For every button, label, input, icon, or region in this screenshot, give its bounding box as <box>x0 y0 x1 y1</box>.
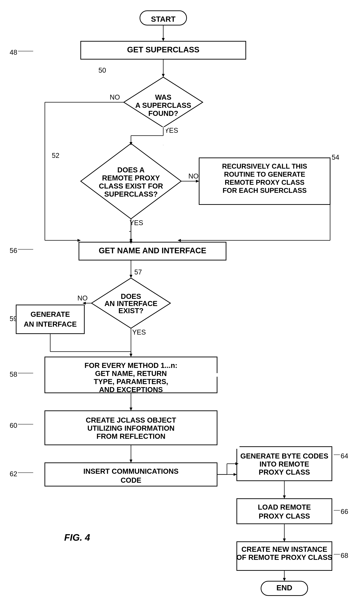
create-jclass-line1: CREATE JCLASS OBJECT <box>86 416 176 424</box>
recursively-call-line1: RECURSIVELY CALL THIS <box>222 162 307 170</box>
start-label: START <box>151 15 176 23</box>
does-interface-line2: AN INTERFACE <box>104 300 158 307</box>
does-remote-proxy-line1: DOES A <box>117 166 145 174</box>
get-superclass-label: GET SUPERCLASS <box>127 45 199 54</box>
generate-interface-line2: AN INTERFACE <box>24 320 77 328</box>
svg-rect-61 <box>237 499 332 524</box>
load-remote-proxy-line2: PROXY CLASS <box>259 512 310 520</box>
for-every-method-line3: TYPE, PARAMETERS, <box>94 378 168 386</box>
for-every-method-line1: FOR EVERY METHOD 1...n: <box>85 361 177 369</box>
does-remote-proxy-line4: SUPERCLASS? <box>104 190 158 198</box>
gen-byte-codes-line1: GENERATE BYTE CODES <box>240 452 328 460</box>
ref-57: 57 <box>134 268 142 276</box>
was-superclass-found-line1: WAS <box>155 93 171 101</box>
gen-byte-codes-line3: PROXY CLASS <box>259 468 310 476</box>
yes-label-57: YES <box>132 328 146 336</box>
ref-54: 54 <box>332 153 339 161</box>
load-remote-proxy-line1: LOAD REMOTE <box>258 503 311 511</box>
svg-rect-82 <box>225 445 239 449</box>
create-new-instance-line1: CREATE NEW INSTANCE <box>241 545 327 553</box>
ref-62: 62 <box>10 470 17 478</box>
generate-interface-line1: GENERATE <box>31 310 70 318</box>
was-superclass-found-line2: A SUPERCLASS <box>135 101 191 109</box>
get-name-interface-label: GET NAME AND INTERFACE <box>99 246 206 255</box>
create-jclass-line3: FROM REFLECTION <box>96 432 165 440</box>
for-every-method-line4: AND EXCEPTIONS <box>99 386 163 394</box>
no-label-57: NO <box>77 294 88 302</box>
ref-64: 64 <box>341 452 348 460</box>
ref-58: 58 <box>10 371 17 378</box>
recursively-call-line4: FOR EACH SUPERCLASS <box>223 187 307 194</box>
does-interface-line1: DOES <box>121 292 141 300</box>
create-jclass-line2: UTILIZING INFORMATION <box>87 424 175 432</box>
recursively-call-line2: ROUTINE TO GENERATE <box>224 171 305 178</box>
was-superclass-found-line3: FOUND? <box>148 109 178 117</box>
ref-66: 66 <box>341 508 348 515</box>
insert-comms-line1: INSERT COMMUNICATIONS <box>83 467 179 475</box>
ref-52: 52 <box>52 152 59 159</box>
does-remote-proxy-line3: CLASS EXIST FOR <box>99 182 163 190</box>
create-new-instance-line2: OF REMOTE PROXY CLASS <box>236 553 332 561</box>
ref-48: 48 <box>10 49 17 56</box>
gen-byte-codes-line2: INTO REMOTE <box>259 460 309 468</box>
figure-label: FIG. 4 <box>64 532 90 543</box>
end-label: END <box>277 583 292 592</box>
does-interface-line3: EXIST? <box>118 307 143 315</box>
svg-rect-81 <box>225 373 229 449</box>
does-remote-proxy-line2: REMOTE PROXY <box>102 174 160 182</box>
ref-68: 68 <box>341 552 348 559</box>
yes-label-50: YES <box>164 127 178 134</box>
no-label-50: NO <box>110 94 120 101</box>
for-every-method-line2: GET NAME, RETURN <box>95 369 167 377</box>
yes-label-52: YES <box>129 219 143 226</box>
ref-56: 56 <box>10 247 17 254</box>
ref-50: 50 <box>98 66 106 74</box>
recursively-call-line3: REMOTE PROXY CLASS <box>225 179 305 186</box>
no-label-52: NO <box>188 172 199 180</box>
ref-60: 60 <box>10 422 17 429</box>
svg-rect-31 <box>16 305 84 334</box>
insert-comms-line2: CODE <box>120 476 141 484</box>
